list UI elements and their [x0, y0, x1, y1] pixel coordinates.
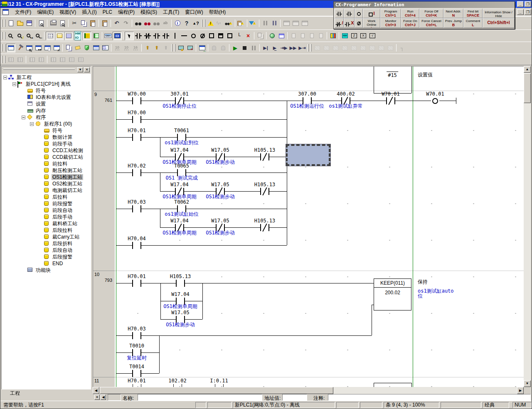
step3-button[interactable]: ⇥▶	[279, 44, 288, 52]
name-input[interactable]	[138, 394, 262, 401]
rung-cell[interactable]	[93, 67, 115, 91]
address-input[interactable]	[282, 394, 307, 401]
tree-item-后段报警[interactable]: 后段报警	[2, 254, 91, 260]
tree-item-裁料桥工站[interactable]: 裁料桥工站	[2, 220, 91, 227]
menu-item-3[interactable]: 插入(I)	[79, 8, 99, 16]
minimize-button[interactable]: _	[517, 1, 524, 7]
tree-item-裁Carry工站[interactable]: 裁Carry工站	[2, 234, 91, 240]
horizontal-button[interactable]	[180, 32, 189, 40]
corner-button[interactable]: └	[234, 32, 244, 40]
delete-x-button[interactable]: ×	[244, 32, 253, 40]
menu-item-8[interactable]: 窗口(W)	[182, 8, 206, 16]
tree-item-新工程[interactable]: 新工程	[2, 74, 91, 81]
window-001-button[interactable]: 001010	[101, 44, 110, 52]
tree-item-内存[interactable]: 内存	[2, 107, 91, 114]
tree-item-新PLC1[CP1H] 离线[interactable]: 新PLC1[CP1H] 离线	[2, 81, 91, 87]
grid-button[interactable]	[46, 32, 55, 40]
list-view-button[interactable]	[64, 32, 73, 40]
menu-item-7[interactable]: 工具(T)	[160, 8, 182, 16]
window-mag-button[interactable]	[25, 44, 34, 52]
tree-item-后段折料[interactable]: 后段折料	[2, 240, 91, 247]
tree-item-CCD裁切工站[interactable]: CCD裁切工站	[2, 154, 91, 160]
tree-item-OS2检测工站[interactable]: OS2检测工站	[2, 180, 91, 187]
paste-button[interactable]	[88, 19, 97, 27]
toolbar-grip[interactable]	[4, 32, 5, 39]
find-button[interactable]	[133, 19, 143, 27]
contact-up-button[interactable]: ↑	[152, 32, 161, 40]
menu-item-5[interactable]: 编程(P)	[115, 8, 138, 16]
boxed-x-button[interactable]: X	[359, 32, 368, 40]
horizontal-scrollbar[interactable]: ◀ ▶	[93, 387, 524, 394]
window-page-button[interactable]	[43, 44, 52, 52]
toolbar-grip[interactable]	[171, 44, 172, 52]
rung-cell[interactable]: 11	[93, 377, 115, 387]
boxed-v-button[interactable]: √	[368, 32, 377, 40]
undo-button[interactable]: ↶	[112, 19, 121, 27]
pc-transfer-button[interactable]: ▼	[185, 44, 195, 52]
compile-warning-button[interactable]	[206, 19, 215, 27]
menu-item-6[interactable]: 模拟(S)	[138, 8, 160, 16]
toolbar-grip[interactable]	[1, 20, 2, 27]
boxed-z-button[interactable]: Z	[350, 32, 359, 40]
copy-button[interactable]	[79, 19, 88, 27]
filter-warning-button[interactable]	[249, 19, 258, 27]
tree-item-后拉料[interactable]: 后拉料	[2, 194, 91, 200]
step1-button[interactable]: ▶|	[261, 44, 270, 52]
tree-item-前段手动[interactable]: 前段手动	[2, 140, 91, 147]
vertical-scrollbar[interactable]: ▲ ▼	[524, 66, 531, 387]
instruction-KEEP(011)[interactable]: KEEP(011)200.02	[374, 278, 411, 310]
paste-special-button[interactable]	[100, 19, 109, 27]
tab-project[interactable]: 工程	[4, 390, 26, 397]
tree-item-电测裁切工站[interactable]: 电测裁切工站	[2, 187, 91, 194]
symbol-bar-back-icon[interactable]: ◀	[101, 394, 106, 400]
contact-no-button[interactable]	[134, 32, 143, 40]
child-minimize-button[interactable]: _	[517, 9, 524, 15]
toolbar-grip[interactable]	[4, 56, 5, 63]
information-window-title[interactable]: CX-Programmer Information	[334, 2, 515, 8]
tree-item-前段报警[interactable]: 前段报警	[2, 200, 91, 207]
contact-T0014[interactable]	[132, 370, 141, 377]
horizontal-scroll-thumb[interactable]	[100, 387, 333, 394]
toolbar-grip[interactable]	[174, 44, 175, 52]
tree-item-新程序1 (00)[interactable]: 新程序1 (00)	[2, 121, 91, 127]
zoom-sel-button[interactable]: /	[15, 32, 25, 40]
menu-item-0[interactable]: 文件(F)	[12, 8, 34, 16]
tree-item-OS1检测工站[interactable]: OS1检测工站	[2, 174, 91, 180]
tree-item-数据计算[interactable]: 数据计算	[2, 134, 91, 140]
tag-button[interactable]	[73, 44, 82, 52]
up-yellow-button[interactable]: ⬆	[143, 44, 152, 52]
hammer-button[interactable]	[15, 44, 25, 52]
step5-button[interactable]: ▶⇥	[298, 44, 307, 52]
tree-expand-icon[interactable]	[12, 82, 16, 86]
close-workspace-icon[interactable]: ✕	[84, 67, 90, 72]
scroll-up-icon[interactable]: ▲	[524, 66, 531, 73]
contact-nc-button[interactable]	[143, 32, 152, 40]
program-view-button[interactable]	[328, 32, 337, 40]
toolbar-grip[interactable]	[1, 56, 2, 63]
menu-item-9[interactable]: 帮助(H)	[206, 8, 229, 16]
print-to-file-button[interactable]	[37, 19, 46, 27]
save-disk-button[interactable]	[25, 19, 34, 27]
toolbar-grip[interactable]	[204, 20, 205, 27]
tree-item-前段自动[interactable]: 前段自动	[2, 207, 91, 214]
child-restore-button[interactable]: ❐	[525, 9, 531, 15]
scroll-down-icon[interactable]: ▼	[524, 380, 531, 387]
zoom-button[interactable]	[6, 32, 15, 40]
contact-H105.13[interactable]	[260, 188, 269, 195]
tree-item-后段自动[interactable]: 后段自动	[2, 247, 91, 254]
drag-grip[interactable]	[3, 69, 75, 70]
print-preview-button[interactable]	[58, 19, 67, 27]
contact-W70.01[interactable]	[386, 97, 395, 104]
tree-item-后段拉料[interactable]: 后段拉料	[2, 227, 91, 234]
calendar-button[interactable]	[277, 32, 286, 40]
tree-item-后段手动[interactable]: 后段手动	[2, 214, 91, 220]
contact-H70.00[interactable]	[132, 116, 141, 123]
coil-nc-button[interactable]	[198, 32, 207, 40]
print-button[interactable]	[49, 19, 58, 27]
shield-button[interactable]	[82, 44, 91, 52]
contact-H70.03[interactable]	[132, 332, 141, 339]
step2-button[interactable]: ▶̲	[270, 44, 279, 52]
tree-item-前拉料[interactable]: 前拉料	[2, 160, 91, 167]
inst-box3-button[interactable]	[225, 32, 234, 40]
contact-H70.04[interactable]	[132, 242, 141, 249]
